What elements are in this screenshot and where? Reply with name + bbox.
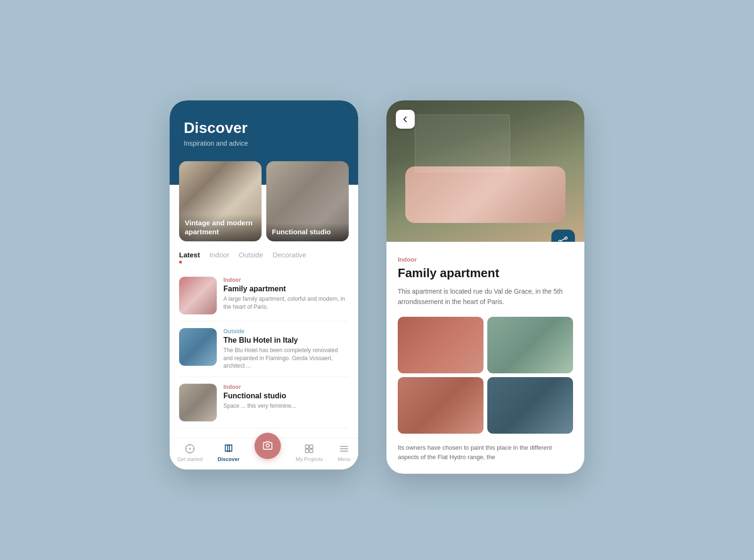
back-button[interactable] (396, 110, 415, 129)
tab-indoor[interactable]: Indoor (209, 251, 229, 261)
list-item-thumb-2 (179, 328, 217, 366)
camera-button[interactable] (254, 433, 281, 459)
list-item[interactable]: Outside The Blu Hotel in Italy The Blu H… (179, 321, 349, 377)
hero-card-2-label: Functional studio (266, 223, 349, 241)
list-item-desc-1: A large family apartment, colorful and m… (223, 295, 349, 311)
list-item-title-3: Functional studio (223, 392, 349, 400)
detail-category: Indoor (398, 256, 573, 263)
svg-rect-10 (310, 449, 313, 453)
list-item-category-1: Indoor (223, 277, 349, 283)
detail-photo-4 (487, 377, 573, 434)
compass-icon (184, 443, 196, 454)
svg-point-16 (559, 240, 561, 242)
list-item-category-3: Indoor (223, 384, 349, 390)
list-item-title-1: Family apartment (223, 285, 349, 293)
list-item-content-2: Outside The Blu Hotel in Italy The Blu H… (223, 328, 349, 370)
nav-discover-label: Discover (218, 456, 239, 462)
list-item-title-2: The Blu Hotel in Italy (223, 336, 349, 345)
menu-icon (338, 443, 350, 454)
list-item[interactable]: Indoor Family apartment A large family a… (179, 270, 349, 321)
detail-content: Indoor Family apartment This apartment i… (386, 242, 584, 474)
svg-rect-9 (305, 449, 309, 453)
list-item[interactable]: Indoor Functional studio Space ... this … (179, 377, 349, 428)
svg-point-6 (266, 444, 269, 447)
nav-get-started-label: Get started (177, 456, 203, 462)
list-section: Indoor Family apartment A large family a… (170, 265, 358, 433)
svg-point-1 (189, 448, 191, 450)
share-button[interactable] (551, 230, 575, 242)
svg-rect-7 (305, 445, 309, 448)
svg-line-17 (561, 239, 565, 240)
svg-point-14 (565, 237, 567, 239)
detail-body-text: Its owners have chosen to paint this pla… (398, 443, 573, 463)
hero-cards: Vintage and modern apartment Functional … (170, 161, 358, 241)
list-item-category-2: Outside (223, 328, 349, 335)
detail-desc: This apartment is located rue du Val de … (398, 286, 573, 307)
nav-my-projects-label: My Projects (296, 456, 323, 462)
photo-grid (398, 317, 573, 434)
hero-card-studio[interactable]: Functional studio (266, 161, 349, 241)
nav-my-projects[interactable]: My Projects (296, 443, 323, 462)
detail-photo-1 (398, 317, 484, 373)
list-item-content-3: Indoor Functional studio Space ... this … (223, 384, 349, 410)
tabs-row: Latest Indoor Outside Decorative (179, 251, 349, 261)
nav-get-started[interactable]: Get started (177, 443, 203, 462)
hero-card-vintage[interactable]: Vintage and modern apartment (179, 161, 262, 241)
book-icon (223, 443, 234, 454)
screen-left: Discover Inspiration and advice Vintage … (170, 100, 358, 469)
detail-photo-2 (487, 317, 573, 373)
detail-title: Family apartment (398, 266, 573, 280)
list-item-content-1: Indoor Family apartment A large family a… (223, 277, 349, 311)
discover-subtitle: Inspiration and advice (184, 140, 344, 147)
discover-title: Discover (184, 119, 344, 137)
tab-latest[interactable]: Latest (179, 251, 200, 261)
detail-photo-3 (398, 377, 484, 434)
list-item-desc-2: The Blu Hotel has been completely renova… (223, 346, 349, 370)
tabs-section: Latest Indoor Outside Decorative (170, 241, 358, 265)
svg-rect-8 (310, 445, 313, 448)
tab-decorative[interactable]: Decorative (272, 251, 306, 261)
projects-icon (303, 443, 315, 454)
list-item-thumb-1 (179, 277, 217, 314)
nav-menu-label: Menu (338, 456, 351, 462)
nav-menu[interactable]: Menu (338, 443, 351, 462)
screen-right: Indoor Family apartment This apartment i… (386, 100, 584, 474)
detail-hero-image (386, 100, 584, 242)
hero-card-1-label: Vintage and modern apartment (179, 214, 262, 241)
list-item-desc-3: Space ... this very feminine... (223, 402, 349, 410)
list-item-thumb-3 (179, 384, 217, 421)
nav-discover[interactable]: Discover (218, 443, 239, 462)
bottom-nav: Get started Discover (170, 438, 358, 469)
screens-container: Discover Inspiration and advice Vintage … (170, 100, 584, 474)
tab-outside[interactable]: Outside (239, 251, 263, 261)
